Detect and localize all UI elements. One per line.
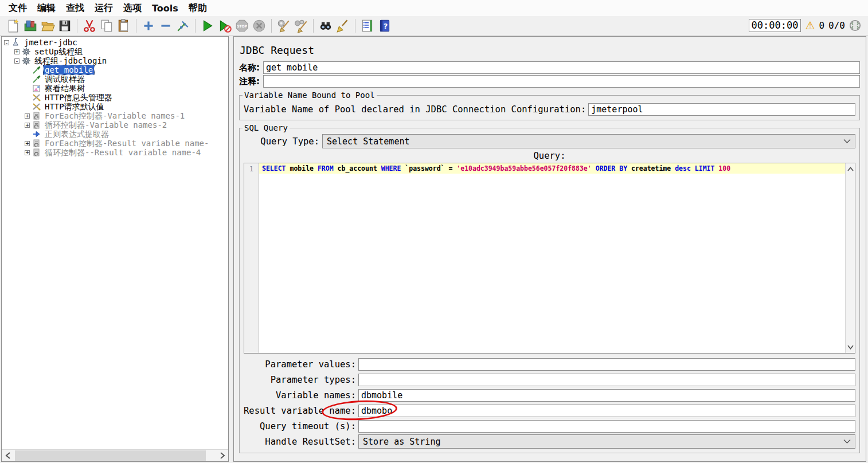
jmeter-window: 文件编辑查找运行选项Tools帮助 STOP? 00:00:00 ⚠ 0 0/0… (0, 0, 868, 463)
open-icon[interactable] (40, 18, 55, 33)
remove-icon[interactable] (158, 18, 173, 33)
toolbar-separator (313, 19, 314, 33)
handle-resultset-dropdown[interactable]: Store as String (358, 434, 855, 449)
scroll-right-icon[interactable] (216, 450, 228, 461)
expand-icon[interactable]: + (14, 49, 19, 54)
field-label: Variable names: (244, 390, 356, 401)
scroll-up-icon[interactable] (846, 164, 855, 174)
start-icon[interactable] (200, 18, 215, 33)
chevron-down-icon (843, 439, 851, 444)
search-icon[interactable] (318, 18, 333, 33)
save-icon[interactable] (57, 18, 72, 33)
new-file-icon[interactable] (6, 18, 21, 33)
field-input[interactable] (358, 374, 855, 386)
collapse-icon[interactable]: - (14, 58, 19, 64)
toggle-icon[interactable] (175, 18, 190, 33)
paste-icon[interactable] (116, 18, 131, 33)
field-input[interactable] (358, 420, 855, 433)
tree-item-view-results-tree[interactable]: 察看结果树 (2, 84, 228, 93)
expand-icon[interactable]: + (25, 141, 30, 146)
expand-icon[interactable]: + (25, 150, 30, 155)
tree-item-http-request-defaults[interactable]: HTTP请求默认值 (2, 102, 228, 111)
cut-icon[interactable] (82, 18, 97, 33)
controller-icon (32, 139, 41, 148)
tree-item-label: 循环控制器--Result variable name-4 (44, 148, 202, 157)
scroll-left-icon[interactable] (2, 450, 14, 461)
header-manager-icon (32, 93, 41, 102)
help-book-icon[interactable]: ? (377, 18, 392, 33)
tree-item-thread-group-jdbclogin[interactable]: -线程组-jdbclogin (2, 56, 228, 65)
sql-query-group: SQL Query Query Type: Select Statement Q… (239, 128, 860, 453)
expand-icon[interactable]: + (25, 123, 30, 128)
toolbar-separator (136, 19, 136, 33)
warning-icon[interactable]: ⚠ (805, 20, 815, 31)
pool-variable-input[interactable] (588, 103, 855, 116)
field-input[interactable] (358, 405, 855, 417)
field-label: Parameter types: (244, 375, 356, 385)
field-input[interactable] (358, 358, 855, 371)
query-type-dropdown[interactable]: Select Statement (322, 134, 855, 148)
comment-input[interactable] (263, 75, 860, 88)
chevron-down-icon (843, 139, 851, 144)
copy-icon[interactable] (99, 18, 114, 33)
sql-code-area[interactable]: SELECT mobile FROM cb_account WHERE `pas… (259, 163, 845, 353)
tree-item-label: jmeter-jdbc (23, 38, 79, 47)
menu-item-help[interactable]: 帮助 (183, 1, 212, 15)
stop-icon[interactable]: STOP (234, 18, 249, 33)
menu-item-search[interactable]: 查找 (61, 1, 89, 15)
menu-item-tools[interactable]: Tools (147, 2, 183, 15)
tree-horizontal-scrollbar[interactable] (2, 449, 228, 461)
tree-item-label: 察看结果树 (44, 84, 86, 93)
templates-icon[interactable] (23, 18, 38, 33)
clear-icon[interactable] (276, 18, 291, 33)
menu-item-options[interactable]: 选项 (118, 1, 147, 15)
controller-icon (32, 120, 41, 130)
controller-icon (32, 111, 41, 120)
tree-item-loop-controller-4[interactable]: +循环控制器--Result variable name-4 (2, 148, 228, 157)
menu-item-file[interactable]: 文件 (3, 1, 32, 15)
field-input[interactable] (358, 389, 855, 402)
sql-token-plain: `password` = (401, 164, 456, 172)
sql-line: SELECT mobile FROM cb_account WHERE `pas… (259, 163, 845, 174)
tree-item-sampler-get-mobile[interactable]: get mobile (2, 65, 228, 74)
function-helper-icon[interactable] (360, 18, 375, 33)
add-icon[interactable] (141, 18, 156, 33)
field-label: Query timeout (s): (244, 421, 356, 431)
tree-item-debug-sampler[interactable]: 调试取样器 (2, 74, 228, 84)
start-no-pauses-icon[interactable] (217, 18, 232, 33)
sql-token-plain (592, 164, 596, 172)
page-title: JDBC Request (240, 44, 860, 56)
name-input[interactable] (263, 61, 860, 74)
menu-item-edit[interactable]: 编辑 (32, 1, 61, 15)
search-reset-icon[interactable] (335, 18, 350, 33)
sql-token-kw: WHERE (381, 164, 401, 172)
sql-group-legend: SQL Query (243, 123, 290, 132)
tree-item-label: ForEach控制器-Result variable name- (44, 139, 210, 148)
toolbar: STOP? 00:00:00 ⚠ 0 0/0 (0, 16, 868, 36)
sql-editor[interactable]: 1 SELECT mobile FROM cb_account WHERE `p… (244, 163, 855, 354)
remote-threads-icon (849, 19, 861, 32)
tree-item-setup-thread-group[interactable]: +setUp线程组 (2, 47, 228, 56)
tree-scrollbar-thumb[interactable] (15, 450, 206, 461)
clear-all-icon[interactable] (294, 18, 308, 33)
active-threads-count: 0/0 (828, 20, 845, 31)
controller-icon (32, 148, 41, 157)
editor-vertical-scrollbar[interactable] (845, 163, 855, 353)
sql-token-kw: SELECT (262, 164, 286, 172)
svg-text:STOP: STOP (237, 23, 247, 28)
tree-item-http-header-manager[interactable]: HTTP信息头管理器 (2, 93, 228, 102)
shutdown-icon[interactable] (252, 18, 267, 33)
collapse-icon[interactable]: - (4, 40, 9, 45)
tree-item-test-plan[interactable]: -jmeter-jdbc (2, 38, 228, 47)
toolbar-icons: STOP? (5, 18, 393, 33)
menu-item-run[interactable]: 运行 (89, 1, 118, 15)
scroll-down-icon[interactable] (846, 343, 855, 352)
tree-item-foreach-controller-1[interactable]: +ForEach控制器-Variable names-1 (2, 111, 228, 120)
field-row: Query timeout (s): (244, 418, 855, 434)
test-plan-icon (11, 38, 21, 47)
tree-item-regex-extractor[interactable]: 正则表达式提取器 (2, 130, 228, 139)
sql-token-num: 100 (718, 164, 730, 172)
tree-item-loop-controller-2[interactable]: +循环控制器-Variable names-2 (2, 120, 228, 130)
tree-item-foreach-controller-result[interactable]: +ForEach控制器-Result variable name- (2, 139, 228, 148)
expand-icon[interactable]: + (25, 113, 30, 119)
